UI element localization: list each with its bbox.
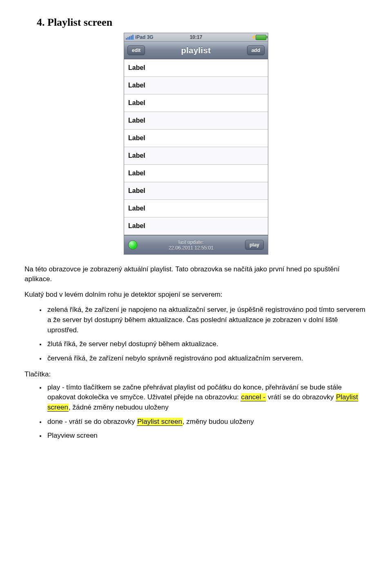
section-heading: 4. Playlist screen [24, 16, 368, 29]
list-item[interactable]: Label [124, 182, 268, 200]
list-item[interactable]: Label [124, 94, 268, 112]
connection-status-icon [128, 240, 137, 249]
list-item[interactable]: Label [124, 217, 268, 235]
add-button[interactable]: add [247, 45, 265, 55]
highlight-playlist-screen-2: Playlist screen [137, 418, 183, 426]
detector-red: červená říká, že zařízení nebylo správně… [46, 354, 368, 364]
buttons-label: Tlačítka: [24, 370, 368, 378]
list-item[interactable]: Label [124, 165, 268, 182]
buttons-done: done - vrátí se do obrazovky Playlist sc… [46, 417, 368, 427]
buttons-play: play - tímto tlačítkem se začne přehráva… [46, 383, 368, 413]
clock-label: 10:17 [124, 34, 268, 40]
list-item[interactable]: Label [124, 77, 268, 94]
nav-bar: edit playlist add [124, 42, 268, 59]
battery-icon [256, 35, 266, 40]
list-item[interactable]: Label [124, 130, 268, 147]
nav-title: playlist [145, 46, 247, 55]
list-item[interactable]: Label [124, 112, 268, 130]
intro-paragraph-1: Na této obrazovce je zobrazený aktuální … [24, 264, 368, 284]
buttons-playview: Playview screen [46, 431, 368, 441]
playlist-list: Label Label Label Label Label Label Labe… [124, 59, 268, 235]
iphone-mockup: iPad 3G 10:17 ⚡ edit playlist add Label … [124, 33, 268, 255]
detector-yellow: žlutá říká, že server nebyl dostupný běh… [46, 339, 368, 349]
list-item[interactable]: Label [124, 147, 268, 165]
mockup-container: iPad 3G 10:17 ⚡ edit playlist add Label … [24, 33, 368, 256]
footer-bar: last update: 22.06.2011 12:55:01 play [124, 235, 268, 254]
last-update-label: last update: 22.06.2011 12:55:01 [141, 239, 241, 251]
intro-paragraph-2: Kulatý bod v levém dolním rohu je detekt… [24, 290, 368, 300]
buttons-list: play - tímto tlačítkem se začne přehráva… [24, 383, 368, 441]
highlight-cancel: cancel - [241, 393, 266, 401]
play-button[interactable]: play [245, 240, 264, 250]
edit-button[interactable]: edit [127, 45, 145, 55]
list-item[interactable]: Label [124, 59, 268, 77]
status-bar: iPad 3G 10:17 ⚡ [124, 33, 268, 42]
detector-green: zelená říká, že zařízení je napojeno na … [46, 305, 368, 335]
list-item[interactable]: Label [124, 200, 268, 217]
detector-list: zelená říká, že zařízení je napojeno na … [24, 305, 368, 363]
